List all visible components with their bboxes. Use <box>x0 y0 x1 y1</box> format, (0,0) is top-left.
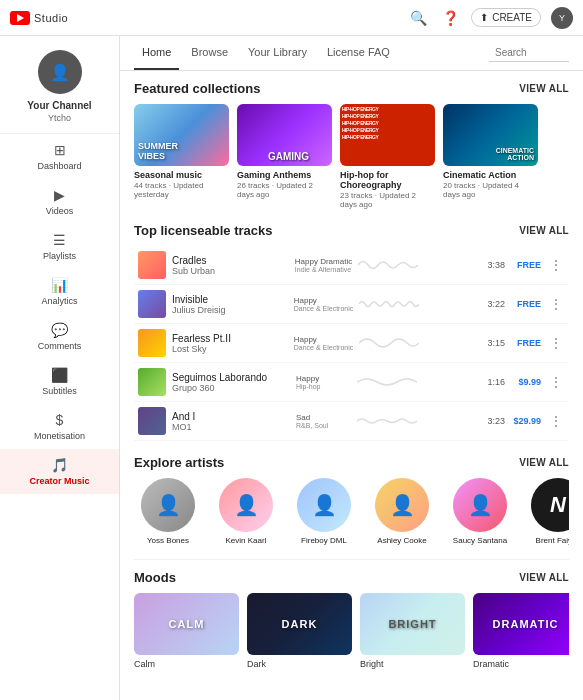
collection-name-gaming: Gaming Anthems <box>237 170 332 180</box>
search-input[interactable] <box>489 44 569 62</box>
track-duration-cradles: 3:38 <box>481 260 505 270</box>
sidebar-item-monetisation[interactable]: $ Monetisation <box>0 404 119 449</box>
track-price-and-i[interactable]: $29.99 <box>511 416 541 426</box>
header-icons: 🔍 ❓ ⬆ CREATE Y <box>407 7 573 29</box>
tab-home[interactable]: Home <box>134 36 179 70</box>
youtube-icon <box>10 11 30 25</box>
track-thumb-cradles <box>138 251 166 279</box>
sidebar-item-creator-music[interactable]: 🎵 Creator Music <box>0 449 119 494</box>
search-icon[interactable]: 🔍 <box>407 7 429 29</box>
collection-thumb-hiphop: HIP-HOP ENERGY HIP-HOP ENERGY HIP-HOP EN… <box>340 104 435 166</box>
help-icon[interactable]: ❓ <box>439 7 461 29</box>
track-menu-invisible[interactable]: ⋮ <box>547 296 565 312</box>
artists-title: Explore artists <box>134 455 224 470</box>
artist-name-saucy: Saucy Santana <box>453 536 507 545</box>
track-menu-cradles[interactable]: ⋮ <box>547 257 565 273</box>
track-price-invisible[interactable]: FREE <box>511 299 541 309</box>
sidebar-item-analytics[interactable]: 📊 Analytics <box>0 269 119 314</box>
artist-saucy[interactable]: 👤 Saucy Santana <box>446 478 514 545</box>
artist-name-yoss: Yoss Bones <box>147 536 189 545</box>
tab-library[interactable]: Your Library <box>240 36 315 70</box>
main-layout: 👤 Your Channel Ytcho ⊞ Dashboard ▶ Video… <box>0 36 583 700</box>
mood-name-calm: Calm <box>134 659 239 669</box>
mood-thumb-dark: DARK <box>247 593 352 655</box>
content-nav: Home Browse Your Library License FAQ <box>120 36 583 71</box>
artist-avatar-fireboy: 👤 <box>297 478 351 532</box>
artist-brent[interactable]: N Brent Faiyaz <box>524 478 569 545</box>
track-wave-cradles <box>358 255 475 275</box>
track-row[interactable]: Fearless Pt.II Lost Sky Happy Dance & El… <box>134 324 569 363</box>
profile-avatar[interactable]: 👤 <box>38 50 82 94</box>
track-menu-fearless[interactable]: ⋮ <box>547 335 565 351</box>
avatar[interactable]: Y <box>551 7 573 29</box>
studio-label: Studio <box>34 12 68 24</box>
collection-meta-gaming: 26 tracks · Updated 2 days ago <box>237 181 332 199</box>
tab-browse[interactable]: Browse <box>183 36 236 70</box>
track-thumb-and-i <box>138 407 166 435</box>
artist-avatar-brent: N <box>531 478 569 532</box>
artist-ashley[interactable]: 👤 Ashley Cooke <box>368 478 436 545</box>
mood-bright[interactable]: BRIGHT Bright <box>360 593 465 669</box>
track-menu-seguimos[interactable]: ⋮ <box>547 374 565 390</box>
track-thumb-invisible <box>138 290 166 318</box>
artist-avatar-ashley: 👤 <box>375 478 429 532</box>
track-duration-fearless: 3:15 <box>481 338 505 348</box>
artist-avatar-saucy: 👤 <box>453 478 507 532</box>
collection-thumb-cinematic: CINEMATICACTION <box>443 104 538 166</box>
comments-icon: 💬 <box>51 322 68 338</box>
track-menu-and-i[interactable]: ⋮ <box>547 413 565 429</box>
track-mood-and-i: Sad R&B, Soul <box>296 413 351 429</box>
artist-kevin[interactable]: 👤 Kevin Kaarl <box>212 478 280 545</box>
track-info-fearless: Fearless Pt.II Lost Sky <box>172 333 288 354</box>
track-price-seguimos[interactable]: $9.99 <box>511 377 541 387</box>
tab-faq[interactable]: License FAQ <box>319 36 398 70</box>
artist-yoss[interactable]: 👤 Yoss Bones <box>134 478 202 545</box>
artist-name-brent: Brent Faiyaz <box>536 536 569 545</box>
collection-gaming[interactable]: GAMING Gaming Anthems 26 tracks · Update… <box>237 104 332 209</box>
track-row[interactable]: And I MO1 Sad R&B, Soul 3:23 $29.99 ⋮ <box>134 402 569 441</box>
header: Studio 🔍 ❓ ⬆ CREATE Y <box>0 0 583 36</box>
track-mood-seguimos: Happy Hip-hop <box>296 374 351 390</box>
track-info-invisible: Invisible Julius Dreisig <box>172 294 288 315</box>
tracks-view-all[interactable]: VIEW ALL <box>519 225 569 236</box>
artists-row: 👤 Yoss Bones 👤 Kevin Kaarl 👤 Fireboy DML… <box>134 478 569 545</box>
track-row[interactable]: Cradles Sub Urban Happy Dramatic Indie &… <box>134 246 569 285</box>
track-price-cradles[interactable]: FREE <box>511 260 541 270</box>
artist-name-ashley: Ashley Cooke <box>377 536 426 545</box>
track-price-fearless[interactable]: FREE <box>511 338 541 348</box>
collection-name-cinematic: Cinematic Action <box>443 170 538 180</box>
sidebar-item-videos[interactable]: ▶ Videos <box>0 179 119 224</box>
sidebar-item-subtitles[interactable]: ⬛ Subtitles <box>0 359 119 404</box>
track-row[interactable]: Invisible Julius Dreisig Happy Dance & E… <box>134 285 569 324</box>
sidebar-item-dashboard[interactable]: ⊞ Dashboard <box>0 134 119 179</box>
collection-name-hiphop: Hip-hop for Choreography <box>340 170 435 190</box>
collection-label-cinematic: CINEMATICACTION <box>496 147 534 162</box>
artist-fireboy[interactable]: 👤 Fireboy DML <box>290 478 358 545</box>
collection-label-seasonal: SUMMERVIBES <box>138 142 225 162</box>
track-wave-fearless <box>359 333 475 353</box>
create-icon: ⬆ <box>480 12 488 23</box>
mood-label-dramatic: DRAMATIC <box>493 618 559 630</box>
mood-dramatic[interactable]: DRAMATIC Dramatic <box>473 593 569 669</box>
collection-cinematic[interactable]: CINEMATICACTION Cinematic Action 20 trac… <box>443 104 538 209</box>
collection-seasonal[interactable]: SUMMERVIBES Seasonal music 44 tracks · U… <box>134 104 229 209</box>
tracks-section: Top licenseable tracks VIEW ALL Cradles … <box>134 223 569 441</box>
dashboard-icon: ⊞ <box>54 142 66 158</box>
featured-header: Featured collections VIEW ALL <box>134 81 569 96</box>
track-wave-invisible <box>359 294 475 314</box>
collection-hiphop[interactable]: HIP-HOP ENERGY HIP-HOP ENERGY HIP-HOP EN… <box>340 104 435 209</box>
sidebar-item-comments[interactable]: 💬 Comments <box>0 314 119 359</box>
collection-label-gaming: GAMING <box>241 151 332 162</box>
mood-dark[interactable]: DARK Dark <box>247 593 352 669</box>
mood-calm[interactable]: CALM Calm <box>134 593 239 669</box>
artist-name-kevin: Kevin Kaarl <box>226 536 267 545</box>
collection-meta-cinematic: 20 tracks · Updated 4 days ago <box>443 181 538 199</box>
track-info-seguimos: Seguimos Laborando Grupo 360 <box>172 372 290 393</box>
create-button[interactable]: ⬆ CREATE <box>471 8 541 27</box>
sidebar-item-playlists[interactable]: ☰ Playlists <box>0 224 119 269</box>
moods-view-all[interactable]: VIEW ALL <box>519 572 569 583</box>
collection-thumb-gaming: GAMING <box>237 104 332 166</box>
artists-view-all[interactable]: VIEW ALL <box>519 457 569 468</box>
track-row[interactable]: Seguimos Laborando Grupo 360 Happy Hip-h… <box>134 363 569 402</box>
featured-view-all[interactable]: VIEW ALL <box>519 83 569 94</box>
